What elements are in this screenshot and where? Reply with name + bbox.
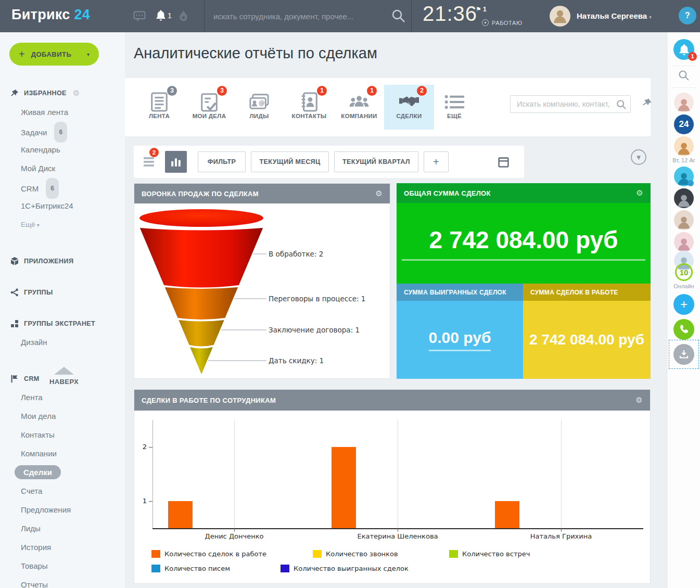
help-button[interactable]: ? — [679, 7, 696, 24]
user-menu[interactable]: Наталья Сергеева ▾ — [577, 11, 652, 20]
search-icon[interactable] — [616, 99, 627, 112]
bar-Количество сделок в работе-Екатерина Шеленкова[interactable] — [332, 447, 356, 528]
user-avatar[interactable] — [550, 6, 570, 27]
add-button[interactable]: + ДОБАВИТЬ ▾ — [9, 43, 99, 66]
entity-search-input[interactable] — [510, 95, 631, 113]
y-tick-label: 2 — [134, 443, 147, 451]
filter-button-2[interactable]: ТЕКУЩИЙ КВАРТАЛ — [334, 151, 418, 172]
sidebar-section-title: ГРУППЫ ЭКСТРАНЕТ — [24, 320, 95, 327]
gear-icon[interactable]: ⚙ — [73, 88, 80, 98]
gear-icon[interactable]: ⚙ — [636, 188, 643, 198]
companies-icon — [334, 91, 384, 113]
sidebar-item-отчеты[interactable]: Отчеты — [0, 576, 125, 588]
tab-сделки[interactable]: СДЕЛКИ2 — [384, 85, 434, 130]
sidebar-item-лента[interactable]: Лента — [0, 388, 125, 407]
rail-bitrix24-badge[interactable]: 24 — [674, 114, 694, 134]
scroll-to-top-button[interactable]: НАВЕРХ — [48, 367, 80, 386]
tab-контакты[interactable]: КОНТАКТЫ1 — [284, 85, 334, 130]
widget-header: ОБЩАЯ СУММА СДЕЛОК ⚙ — [397, 183, 651, 203]
clock[interactable]: 21:36 — [423, 2, 477, 25]
global-search-input[interactable] — [213, 0, 385, 32]
sidebar-item-задачи[interactable]: Задачи6 — [0, 122, 125, 140]
sidebar-item-1с+битрикс24[interactable]: 1С+Битрикс24 — [0, 197, 125, 215]
sidebar-item-предложения[interactable]: Предложения — [0, 501, 125, 519]
bar-chart: Денис ДонченкоЕкатерина ШеленковаНаталья… — [134, 411, 650, 583]
rail-avatar-user[interactable] — [674, 210, 694, 230]
crm-tab-strip: ЛЕНТА3МОИ ДЕЛА3@ЛИДЫКОНТАКТЫ1КОМПАНИИ1СД… — [125, 78, 651, 136]
sidebar-item-crm[interactable]: CRM6 — [0, 178, 125, 197]
notifications-bell-icon[interactable] — [156, 10, 166, 23]
legend-label: Количество встреч — [462, 550, 530, 558]
rail-avatar-user[interactable] — [674, 232, 694, 252]
sidebar-item-label: Отчеты — [21, 580, 48, 588]
rail-bell-button[interactable]: 1 — [673, 39, 694, 60]
rail-avatar-user[interactable] — [674, 136, 694, 156]
bitrix24-logo[interactable]: Битрикс 24 — [11, 7, 90, 23]
sidebar-item-мои-дела[interactable]: Мои дела — [0, 407, 125, 426]
widget-header: СУММА ВЫИГРАННЫХ СДЕЛОК — [397, 284, 523, 301]
rail-search-icon[interactable] — [678, 70, 690, 83]
chevron-down-icon: ▾ — [35, 222, 40, 228]
sidebar-item-ещё[interactable]: Ещё ▾ — [0, 215, 125, 234]
sidebar-section-приложения[interactable]: ПРИЛОЖЕНИЯ — [0, 257, 125, 265]
collapse-panel-button[interactable]: ▼ — [631, 149, 646, 165]
sidebar-section-группы[interactable]: ГРУППЫ — [0, 288, 125, 297]
page-title: Аналитические отчёты по сделкам — [134, 45, 377, 62]
legend-item: Количество звонков — [313, 550, 398, 558]
sidebar-section-избранное[interactable]: ИЗБРАННОЕ⚙ — [0, 88, 125, 98]
tab-лента[interactable]: ЛЕНТА3 — [134, 85, 184, 130]
add-filter-button[interactable]: + — [424, 151, 449, 172]
sidebar-item-товары[interactable]: Товары — [0, 557, 125, 576]
bar-Количество сделок в работе-Наталья Грихина[interactable] — [495, 501, 519, 528]
legend-swatch — [151, 565, 160, 572]
sidebar-item-календарь[interactable]: Календарь — [0, 140, 125, 159]
sidebar-section-title: ПРИЛОЖЕНИЯ — [24, 258, 73, 265]
sidebar-item-компании[interactable]: Компании — [0, 444, 125, 463]
sidebar-item-история[interactable]: История — [0, 538, 125, 557]
count-badge: 6 — [54, 122, 67, 143]
filter-button-1[interactable]: ТЕКУЩИЙ МЕСЯЦ — [251, 151, 329, 172]
tab-label: КОНТАКТЫ — [284, 113, 334, 119]
won-deals-sum-value[interactable]: 0.00 руб — [429, 329, 491, 351]
gear-icon[interactable]: ⚙ — [635, 395, 643, 405]
rail-avatar-user[interactable] — [674, 93, 694, 112]
bar-Количество сделок в работе-Денис Донченко[interactable] — [168, 501, 193, 528]
sidebar-item-мой-диск[interactable]: Мой Диск — [0, 159, 125, 178]
list-view-toggle[interactable] — [143, 156, 155, 170]
rail-avatar-user[interactable] — [674, 188, 694, 208]
drive-drop-icon[interactable] — [179, 10, 188, 23]
sidebar-section-группы экстранет[interactable]: ГРУППЫ ЭКСТРАНЕТ — [0, 319, 125, 328]
funnel-stage-label: В обработке: 2 — [269, 250, 323, 258]
online-counter[interactable]: 10 — [675, 263, 693, 281]
tab-мои-дела[interactable]: МОИ ДЕЛА3 — [184, 85, 234, 130]
flag-counter[interactable]: ⚑ 1 — [476, 6, 487, 13]
triangle-up-icon — [54, 367, 74, 375]
rail-download-button[interactable] — [673, 344, 694, 365]
tab-ещё[interactable]: ЕЩЁ — [434, 85, 475, 130]
tab-лиды[interactable]: @ЛИДЫ — [234, 85, 284, 130]
calendar-icon[interactable] — [498, 157, 509, 170]
global-search-icon[interactable] — [391, 9, 405, 25]
rail-phone-button[interactable] — [673, 319, 694, 340]
pin-icon[interactable] — [641, 97, 653, 110]
legend-item: Количество встреч — [449, 550, 530, 558]
rail-add-button[interactable]: + — [673, 294, 694, 315]
legend-swatch — [449, 550, 458, 558]
tab-компании[interactable]: КОМПАНИИ1 — [334, 85, 384, 130]
sidebar-item-живая-лента[interactable]: Живая лента — [0, 103, 125, 122]
sidebar-item-дизайн[interactable]: Дизайн — [0, 333, 125, 352]
sidebar-item-label: Лиды — [21, 524, 41, 533]
sidebar-item-счета[interactable]: Счета — [0, 482, 125, 501]
sidebar-item-лиды[interactable]: Лиды — [0, 519, 125, 538]
topbar-divider — [204, 0, 205, 32]
work-status[interactable]: РАБОТАЮ — [482, 19, 523, 26]
sidebar-item-сделки[interactable]: Сделки — [0, 463, 125, 482]
filter-button-0[interactable]: ФИЛЬТР — [198, 151, 246, 172]
chart-view-toggle[interactable] — [165, 151, 187, 173]
total-deals-sum-value[interactable]: 2 742 084.00 руб — [402, 226, 645, 261]
gear-icon[interactable]: ⚙ — [375, 189, 383, 198]
chat-icon[interactable] — [133, 11, 146, 24]
funnel-stage-label: Дать скидку: 1 — [269, 356, 324, 365]
legend-item: Количество выигранных сделок — [281, 565, 409, 572]
sidebar-item-контакты[interactable]: Контакты — [0, 426, 125, 444]
